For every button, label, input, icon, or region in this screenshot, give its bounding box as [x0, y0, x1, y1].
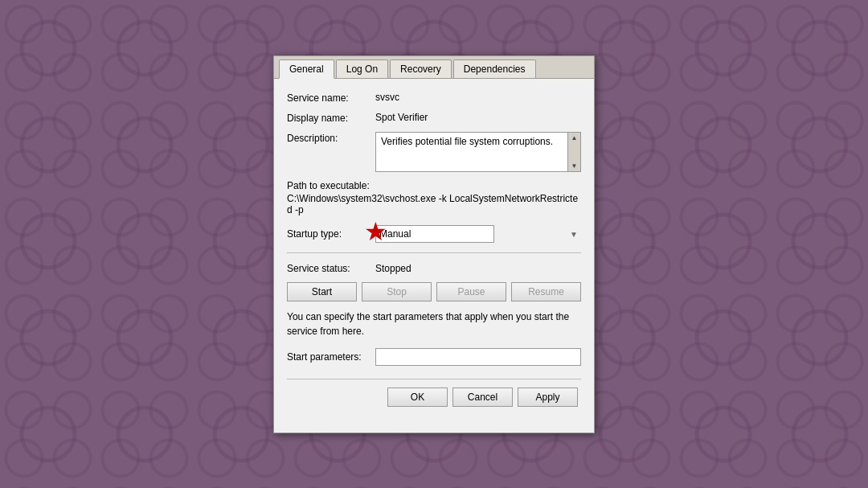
description-text: Verifies potential file system corruptio…: [381, 136, 553, 147]
bottom-buttons: OK Cancel Apply: [287, 388, 581, 410]
service-name-value: svsvc: [375, 92, 399, 103]
tab-recovery[interactable]: Recovery: [390, 59, 452, 78]
service-properties-dialog: General Log On Recovery Dependencies Ser…: [273, 55, 595, 433]
service-control-buttons: Start Stop Pause Resume: [287, 282, 581, 301]
start-params-input[interactable]: [375, 348, 581, 366]
display-name-value: Spot Verifier: [375, 112, 428, 123]
service-name-label: Service name:: [287, 92, 375, 104]
startup-type-row: Startup type: Automatic Automatic (Delay…: [287, 225, 581, 243]
path-value: C:\Windows\system32\svchost.exe -k Local…: [287, 193, 581, 215]
cancel-button[interactable]: Cancel: [452, 388, 513, 407]
select-dropdown-icon: ▼: [570, 229, 578, 238]
apply-button[interactable]: Apply: [518, 388, 578, 407]
startup-type-select-wrapper: Automatic Automatic (Delayed Start) Manu…: [375, 225, 581, 243]
startup-type-label: Startup type:: [287, 228, 375, 240]
display-name-row: Display name: Spot Verifier: [287, 112, 581, 124]
description-scrollbar[interactable]: ▲ ▼: [567, 133, 580, 171]
start-button[interactable]: Start: [287, 282, 357, 301]
stop-button[interactable]: Stop: [362, 282, 432, 301]
divider-2: [287, 379, 581, 379]
tab-dependencies[interactable]: Dependencies: [453, 59, 536, 78]
start-params-label: Start parameters:: [287, 351, 375, 363]
dialog-content: Service name: svsvc Display name: Spot V…: [274, 79, 594, 418]
service-status-row: Service status: Stopped: [287, 263, 581, 274]
ok-button[interactable]: OK: [387, 388, 448, 407]
hint-text: You can specify the start parameters tha…: [287, 310, 581, 338]
startup-type-select[interactable]: Automatic Automatic (Delayed Start) Manu…: [375, 225, 494, 243]
description-row: Description: Verifies potential file sys…: [287, 132, 581, 172]
description-box: Verifies potential file system corruptio…: [375, 132, 581, 172]
scroll-up-icon[interactable]: ▲: [571, 134, 578, 141]
start-params-row: Start parameters:: [287, 348, 581, 366]
pause-button[interactable]: Pause: [436, 282, 506, 301]
startup-type-wrapper: Startup type: Automatic Automatic (Delay…: [287, 225, 581, 243]
service-status-value: Stopped: [375, 263, 411, 274]
service-status-label: Service status:: [287, 263, 375, 274]
resume-button[interactable]: Resume: [511, 282, 581, 301]
service-name-row: Service name: svsvc: [287, 92, 581, 104]
tab-bar: General Log On Recovery Dependencies: [274, 56, 594, 79]
description-label: Description:: [287, 132, 375, 144]
annotation-star: ★: [364, 219, 387, 244]
scroll-down-icon[interactable]: ▼: [571, 162, 578, 170]
display-name-label: Display name:: [287, 112, 375, 124]
path-label: Path to executable:: [287, 180, 581, 191]
tab-logon[interactable]: Log On: [336, 59, 388, 78]
tab-general[interactable]: General: [279, 59, 334, 79]
path-section: Path to executable: C:\Windows\system32\…: [287, 180, 581, 215]
divider-1: [287, 252, 581, 253]
